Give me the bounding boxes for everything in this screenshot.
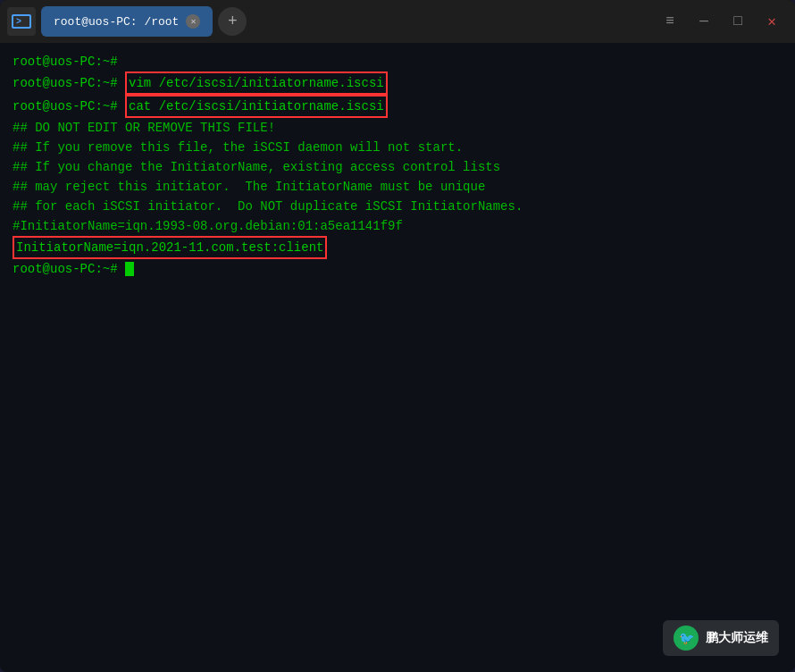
- app-icon: [7, 7, 36, 36]
- terminal-line-9: #InitiatorName=iqn.1993-08.org.debian:01…: [13, 216, 782, 236]
- window-controls: ≡ — □ ✕: [661, 13, 788, 30]
- terminal-line-10: InitiatorName=iqn.2021-11.com.test:clien…: [13, 236, 782, 259]
- terminal-body[interactable]: root@uos-PC:~# root@uos-PC:~# vim /etc/i…: [0, 43, 795, 672]
- prompt-text-2: root@uos-PC:~#: [13, 76, 125, 90]
- terminal-tab[interactable]: root@uos-PC: /root ✕: [41, 6, 213, 37]
- tab-close-icon: ✕: [190, 16, 196, 27]
- add-tab-icon: +: [228, 13, 238, 30]
- watermark: 🐦 鹏大师运维: [663, 620, 779, 656]
- vim-command-box: vim /etc/iscsi/initiatorname.iscsi: [125, 71, 388, 95]
- terminal-line-7: ## may reject this initiator. The Initia…: [13, 177, 782, 197]
- terminal-cursor: [125, 262, 134, 276]
- terminal-line-4: ## DO NOT EDIT OR REMOVE THIS FILE!: [13, 118, 782, 138]
- minimize-button[interactable]: —: [695, 13, 713, 29]
- terminal-window: root@uos-PC: /root ✕ + ≡ — □ ✕ root@uos: [0, 0, 795, 672]
- watermark-bird-icon: 🐦: [679, 631, 694, 646]
- prompt-text-3: root@uos-PC:~#: [13, 99, 125, 113]
- initiator-name-box: InitiatorName=iqn.2021-11.com.test:clien…: [13, 236, 327, 259]
- maximize-icon: □: [733, 13, 742, 29]
- tab-close-button[interactable]: ✕: [186, 14, 200, 29]
- watermark-icon: 🐦: [674, 626, 699, 651]
- menu-icon: ≡: [665, 13, 674, 29]
- terminal-line-2: root@uos-PC:~# vim /etc/iscsi/initiatorn…: [13, 71, 782, 95]
- add-tab-button[interactable]: +: [218, 7, 247, 36]
- minimize-icon: —: [699, 13, 708, 29]
- watermark-text: 鹏大师运维: [706, 630, 768, 646]
- terminal-line-6: ## If you change the InitiatorName, exis…: [13, 157, 782, 177]
- cat-command-box: cat /etc/iscsi/initiatorname.iscsi: [125, 95, 388, 118]
- close-button[interactable]: ✕: [763, 13, 781, 30]
- terminal-line-5: ## If you remove this file, the iSCSI da…: [13, 138, 782, 157]
- terminal-icon-inner: [12, 14, 31, 29]
- terminal-line-3: root@uos-PC:~# cat /etc/iscsi/initiatorn…: [13, 95, 782, 118]
- menu-button[interactable]: ≡: [661, 13, 679, 29]
- tab-label: root@uos-PC: /root: [54, 15, 179, 29]
- terminal-line-8: ## for each iSCSI initiator. Do NOT dupl…: [13, 197, 782, 216]
- terminal-line-1: root@uos-PC:~#: [13, 52, 782, 71]
- maximize-button[interactable]: □: [729, 13, 747, 29]
- close-icon: ✕: [767, 14, 776, 30]
- titlebar: root@uos-PC: /root ✕ + ≡ — □ ✕: [0, 0, 795, 43]
- terminal-line-11: root@uos-PC:~#: [13, 259, 782, 279]
